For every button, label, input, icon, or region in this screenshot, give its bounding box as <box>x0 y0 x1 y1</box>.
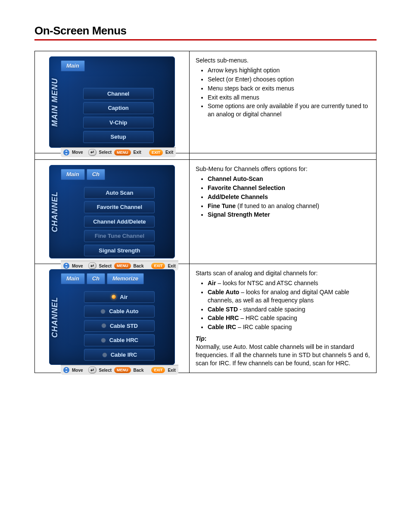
breadcrumb-item: Main <box>61 60 85 72</box>
breadcrumb: MainChMemorize <box>61 273 178 284</box>
menu-item[interactable]: Setup <box>83 131 154 143</box>
breadcrumb-item: Main <box>61 169 85 180</box>
desc-item: Cable Auto – looks for analog and digita… <box>208 288 370 305</box>
menu-item[interactable]: Cable STD <box>84 320 155 332</box>
desc-item: Channel Auto-Scan <box>208 175 370 183</box>
desc-list: Channel Auto-ScanFavorite Channel Select… <box>196 175 370 219</box>
breadcrumb-item: Memorize <box>107 273 144 284</box>
table-row: CHANNELMainChAuto ScanFavorite ChannelCh… <box>35 160 377 264</box>
desc-item-text: – looks for NTSC and ATSC channels <box>216 280 318 286</box>
desc-cell: Sub-Menu for Channels offers options for… <box>190 160 377 264</box>
menu-item-label: Cable IRC <box>111 351 137 359</box>
panel-cell: CHANNELMainChAuto ScanFavorite ChannelCh… <box>35 160 190 264</box>
table-row: CHANNELMainChMemorizeAirCable AutoCable … <box>35 264 377 373</box>
desc-item-bold: Cable STD <box>208 306 238 313</box>
menu-item[interactable]: Auto Scan <box>84 187 155 199</box>
panel-footer: Move↵SelectMENUBackEXITExit <box>61 365 178 375</box>
menu-item[interactable]: Cable HRC <box>84 334 155 346</box>
menu-item[interactable]: Fine Tune Channel <box>84 230 155 242</box>
table-row: MAIN MENUMainChannelCaptionV-ChipSetupMo… <box>35 51 377 153</box>
desc-item: Arrow keys highlight option <box>208 66 370 75</box>
desc-list: Air – looks for NTSC and ATSC channelsCa… <box>196 279 370 331</box>
hint-select: Select <box>99 367 112 373</box>
desc-item: Select (or Enter) chooses option <box>208 75 370 84</box>
exit-pill: EXIT <box>151 263 165 269</box>
desc-item-bold: Fine Tune <box>208 202 236 209</box>
page-title: On-Screen Menus <box>34 24 377 40</box>
desc-item-bold: Channel Auto-Scan <box>208 175 263 182</box>
desc-item-text: Select (or Enter) chooses option <box>208 76 294 83</box>
desc-cell: Selects sub-menus.Arrow keys highlight o… <box>190 51 377 153</box>
osd-panel: MAIN MENUMainChannelCaptionV-ChipSetupMo… <box>49 56 175 148</box>
arrows-icon <box>63 367 69 373</box>
enter-key-icon: ↵ <box>88 367 97 373</box>
menu-item-label: Cable HRC <box>109 336 138 344</box>
enter-key-icon: ↵ <box>88 262 97 269</box>
hint-menu-action: Back <box>134 263 144 269</box>
exit-pill: EXIT <box>151 367 165 373</box>
desc-item-text: Menu steps back or exits menus <box>208 85 294 92</box>
radio-icon <box>101 338 106 343</box>
panel-side-label: CHANNEL <box>50 191 60 232</box>
desc-tip-text: Normally, use Auto. Most cable channels … <box>196 343 370 367</box>
radio-icon <box>102 352 107 358</box>
desc-item-bold: Air <box>208 280 216 286</box>
menu-item-label: V-Chip <box>109 119 127 127</box>
desc-item: Exit exits all menus <box>208 93 370 102</box>
hint-menu-action: Exit <box>134 149 141 156</box>
menu-item-label: Caption <box>108 104 128 112</box>
menu-item[interactable]: V-Chip <box>83 117 154 129</box>
menu-item[interactable]: Cable IRC <box>84 349 155 361</box>
menu-item-label: Setup <box>111 133 126 141</box>
desc-intro: Starts scan of analog and digital channe… <box>196 269 370 277</box>
desc-item: Menu steps back or exits menus <box>208 84 370 93</box>
menu-item[interactable]: Channel Add/Delete <box>84 216 155 228</box>
desc-item: Cable IRC – IRC cable spacing <box>208 323 370 331</box>
arrows-icon <box>63 149 69 156</box>
hint-move: Move <box>72 263 83 269</box>
colon: : <box>205 335 207 342</box>
panel-side-label: MAIN MENU <box>50 78 60 127</box>
menu-item[interactable]: Signal Strength <box>84 245 155 257</box>
desc-item: Cable STD - standard cable spacing <box>208 305 370 314</box>
hint-exit-action: Exit <box>165 149 173 156</box>
menu-item-label: Auto Scan <box>106 189 133 197</box>
desc-item-bold: Add/Delete Channels <box>208 193 268 200</box>
desc-item: Some options are only available if you a… <box>208 102 370 118</box>
hint-select: Select <box>99 149 112 156</box>
desc-cell: Starts scan of analog and digital channe… <box>190 264 377 373</box>
desc-item: Fine Tune (If tuned to an analog channel… <box>208 202 370 210</box>
menu-item[interactable]: Cable Auto <box>84 305 155 317</box>
osd-panel: CHANNELMainChAuto ScanFavorite ChannelCh… <box>49 165 175 258</box>
desc-item-bold: Cable HRC <box>208 314 239 321</box>
desc-intro: Sub-Menu for Channels offers options for… <box>196 165 370 173</box>
hint-exit-action: Exit <box>168 263 175 269</box>
menu-item-label: Cable STD <box>110 322 138 330</box>
menu-item-label: Channel <box>107 90 129 98</box>
menu-item-label: Cable Auto <box>109 308 138 315</box>
menu-item-label: Channel Add/Delete <box>93 218 146 226</box>
hint-exit-action: Exit <box>168 367 175 373</box>
menu-pill: MENU <box>114 367 131 373</box>
menu-item[interactable]: Caption <box>83 102 154 114</box>
menu-item[interactable]: Air <box>84 291 155 303</box>
desc-intro: Selects sub-menus. <box>196 56 370 65</box>
menu-pill: MENU <box>114 263 131 269</box>
desc-item: Add/Delete Channels <box>208 193 370 201</box>
menu-item[interactable]: Channel <box>83 88 154 100</box>
desc-item-text: – IRC cable spacing <box>236 324 292 330</box>
desc-item: Air – looks for NTSC and ATSC channels <box>208 279 370 287</box>
desc-item: Cable HRC – HRC cable spacing <box>208 314 370 322</box>
hint-menu-action: Back <box>134 367 144 373</box>
breadcrumb: MainCh <box>61 169 178 180</box>
desc-tip-label: Tip <box>196 335 205 342</box>
menu-item-label: Fine Tune Channel <box>95 232 144 240</box>
panel-side-label: CHANNEL <box>50 297 60 338</box>
menu-item[interactable]: Favorite Channel <box>84 201 155 213</box>
breadcrumb: Main <box>61 60 176 72</box>
desc-item-text: – HRC cable spacing <box>239 314 297 321</box>
breadcrumb-item: Ch <box>87 169 105 180</box>
exit-pill: EXIT <box>149 149 163 156</box>
desc-item: Favorite Channel Selection <box>208 184 370 192</box>
breadcrumb-item: Ch <box>87 273 105 284</box>
